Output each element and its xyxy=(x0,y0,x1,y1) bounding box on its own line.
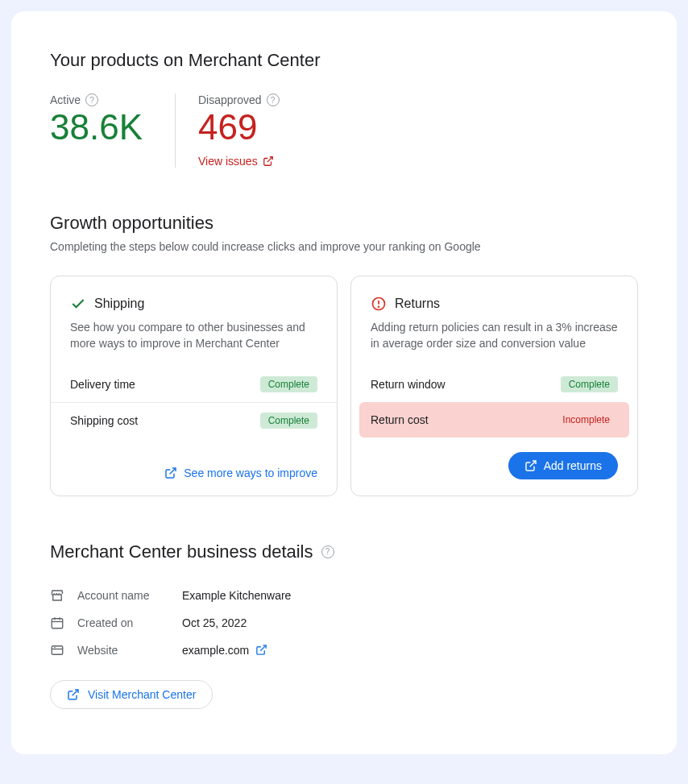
products-stats: Active ? 38.6K Disapproved ? 469 View is… xyxy=(50,93,638,168)
shipping-cost-row: Shipping cost Complete xyxy=(51,403,337,438)
shipping-title: Shipping xyxy=(94,297,144,311)
see-more-ways-button[interactable]: See more ways to improve xyxy=(164,467,317,479)
status-badge: Complete xyxy=(260,376,317,392)
returns-card: Returns Adding return policies can resul… xyxy=(350,276,638,496)
shipping-card: Shipping See how you compare to other bu… xyxy=(50,276,338,496)
alert-icon xyxy=(371,296,387,312)
detail-label: Website xyxy=(77,644,182,657)
svg-rect-6 xyxy=(52,618,63,628)
merchant-center-panel: Your products on Merchant Center Active … xyxy=(11,11,677,754)
disapproved-label: Disapproved xyxy=(198,93,262,106)
svg-line-1 xyxy=(170,468,176,474)
svg-point-4 xyxy=(379,307,379,308)
returns-title: Returns xyxy=(395,297,440,311)
active-stat: Active ? 38.6K xyxy=(50,93,175,168)
item-label: Return cost xyxy=(371,413,429,426)
return-window-row: Return window Complete xyxy=(351,367,637,402)
open-external-icon xyxy=(255,644,267,656)
created-on-row: Created on Oct 25, 2022 xyxy=(50,609,638,637)
detail-value-text: example.com xyxy=(182,644,249,657)
business-title: Merchant Center business details xyxy=(50,541,313,562)
checkmark-icon xyxy=(70,296,86,312)
detail-label: Account name xyxy=(77,589,182,602)
disapproved-stat: Disapproved ? 469 View issues xyxy=(175,93,312,168)
view-issues-label: View issues xyxy=(198,155,258,168)
detail-value: Example Kitchenware xyxy=(182,589,291,602)
item-label: Shipping cost xyxy=(70,414,138,427)
detail-label: Created on xyxy=(77,616,182,629)
help-icon[interactable]: ? xyxy=(321,545,334,558)
shipping-desc: See how you compare to other businesses … xyxy=(51,320,337,366)
storefront-icon xyxy=(50,588,66,603)
visit-merchant-center-button[interactable]: Visit Merchant Center xyxy=(50,680,213,709)
help-icon[interactable]: ? xyxy=(267,93,280,106)
open-external-icon xyxy=(524,459,537,472)
status-badge: Complete xyxy=(561,376,618,392)
open-external-icon xyxy=(164,467,177,479)
website-icon xyxy=(50,643,66,657)
svg-line-5 xyxy=(529,461,535,467)
add-returns-button[interactable]: Add returns xyxy=(508,452,618,479)
growth-title: Growth opportunities xyxy=(50,213,638,234)
active-value: 38.6K xyxy=(50,108,143,147)
button-label: Visit Merchant Center xyxy=(88,688,196,701)
status-badge: Incomplete xyxy=(554,412,618,428)
website-row: Website example.com xyxy=(50,637,638,664)
svg-line-0 xyxy=(267,157,271,162)
growth-cards: Shipping See how you compare to other bu… xyxy=(50,276,638,496)
item-label: Delivery time xyxy=(70,378,135,391)
returns-desc: Adding return policies can result in a 3… xyxy=(351,320,637,366)
disapproved-value: 469 xyxy=(198,108,280,147)
delivery-time-row: Delivery time Complete xyxy=(51,367,337,403)
calendar-icon xyxy=(50,616,66,630)
view-issues-link[interactable]: View issues xyxy=(198,155,274,168)
account-name-row: Account name Example Kitchenware xyxy=(50,582,638,609)
svg-rect-10 xyxy=(52,645,63,654)
open-external-icon xyxy=(263,156,274,167)
open-external-icon xyxy=(67,688,80,701)
help-icon[interactable]: ? xyxy=(85,93,98,106)
return-cost-row: Return cost Incomplete xyxy=(359,402,629,438)
growth-subtitle: Completing the steps below could increas… xyxy=(50,240,638,253)
button-label: Add returns xyxy=(544,459,602,472)
button-label: See more ways to improve xyxy=(184,467,317,479)
svg-line-14 xyxy=(73,690,78,695)
item-label: Return window xyxy=(371,378,446,391)
detail-value: Oct 25, 2022 xyxy=(182,616,247,629)
active-label: Active xyxy=(50,93,81,106)
website-link[interactable]: example.com xyxy=(182,644,267,657)
products-title: Your products on Merchant Center xyxy=(50,50,638,71)
status-badge: Complete xyxy=(260,413,317,429)
svg-line-13 xyxy=(261,645,267,651)
